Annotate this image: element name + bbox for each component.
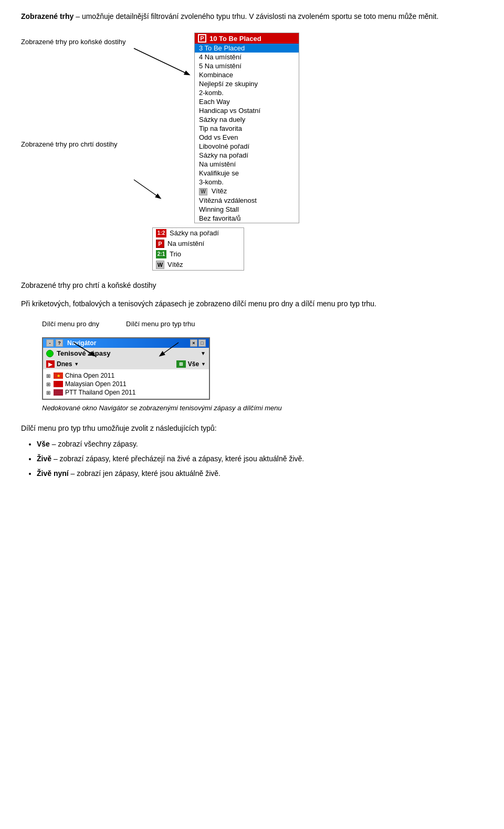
titlebar-close-btn[interactable]: × (190, 339, 197, 347)
nav-sport-label: Tenisové zápasy (57, 349, 197, 357)
nav-label-day: Dílčí menu pro dny (42, 320, 126, 328)
green-circle-icon (46, 350, 54, 357)
menu-item-16-icon: W (199, 188, 207, 195)
titlebar-question-btn[interactable]: ? (56, 339, 63, 347)
nav-filter-bar[interactable]: ▶ Dnes ▼ ⊞ Vše ▼ (43, 359, 209, 369)
p-icon: P (198, 34, 206, 43)
bottom-intro: Dílčí menu pro typ trhu umožňuje zvolit … (21, 422, 483, 435)
icon-p-small: P (156, 240, 164, 248)
event-row-1[interactable]: ⊞ Malaysian Open 2011 (44, 380, 208, 388)
greyhound-label: Zobrazené trhy pro chrtí dostihy (21, 140, 142, 148)
event-name-0: China Open 2011 (65, 372, 114, 379)
bottom-item-1: Živě – zobrazí zápasy, které přecházejí … (37, 453, 483, 465)
filter-icon-p: ▶ (46, 360, 55, 368)
bottom-item-0: Vše – zobrazí všechny zápasy. (37, 438, 483, 451)
titlebar-restore-btn[interactable]: □ (198, 339, 206, 347)
nav-sport-bar[interactable]: Tenisové zápasy ▼ (43, 348, 209, 359)
grey-row-1[interactable]: P Na umístění (153, 239, 244, 249)
intro-bold: Zobrazené trhy (21, 12, 74, 20)
flag-cn: ★ (54, 372, 63, 379)
nav-filter-right: ⊞ Vše ▼ (176, 360, 206, 368)
nav-filter-left: ▶ Dnes ▼ (46, 360, 173, 368)
icon-21: 2:1 (156, 250, 166, 258)
bottom-list: Vše – zobrazí všechny zápasy. Živě – zob… (37, 438, 483, 480)
horse-label: Zobrazené trhy pro koňské dostihy (21, 38, 142, 46)
navigator-caption: Nedokované okno Navigátor se zobrazenými… (42, 404, 483, 412)
event-row-2[interactable]: ⊞ PTT Thailand Open 2011 (44, 388, 208, 397)
bottom-section: Dílčí menu pro typ trhu umožňuje zvolit … (21, 422, 483, 480)
greyhound-dropdown[interactable]: 1:2 Sázky na pořadí P Na umístění 2:1 Tr… (152, 227, 244, 271)
menu-item-8[interactable]: Sázky na duely (195, 115, 299, 124)
nav-filter-label: Dnes (57, 360, 72, 368)
menu-item-11[interactable]: Libovolné pořadí (195, 142, 299, 151)
bottom-item-0-rest: – zobrazí všechny zápasy. (50, 440, 138, 448)
nav-titlebar: - ? Navigátor × □ (43, 338, 209, 348)
event-name-1: Malaysian Open 2011 (65, 380, 127, 388)
bottom-item-1-rest: – zobrazí zápasy, které přecházejí na ži… (51, 454, 304, 463)
menu-item-13[interactable]: Na umístění (195, 160, 299, 169)
menu-item-9[interactable]: Tip na favorita (195, 124, 299, 133)
intro-rest: – umožňuje detailnější filtrování zvolen… (74, 12, 438, 20)
bottom-item-2-bold: Živě nyní (37, 469, 69, 478)
bottom-item-2: Živě nyní – zobrazí jen zápasy, které js… (37, 468, 483, 480)
grey-row-3[interactable]: W Vítěz (153, 260, 244, 270)
nav-title: Navigátor (67, 339, 96, 347)
left-labels: Zobrazené trhy pro koňské dostihy Zobraz… (21, 33, 142, 271)
cricket-section-text: Při kriketových, fotbalových a tenisovýc… (21, 298, 483, 309)
menu-item-12[interactable]: Sázky na pořadí (195, 151, 299, 160)
menu-item-7[interactable]: Handicap vs Ostatní (195, 106, 299, 115)
menu-item-5[interactable]: 2-komb. (195, 88, 299, 97)
main-diagram: Zobrazené trhy pro koňské dostihy Zobraz… (21, 33, 483, 271)
menu-item-18[interactable]: Winning Stall (195, 205, 299, 214)
menu-item-14[interactable]: Kvalifikuje se (195, 169, 299, 178)
menu-item-0[interactable]: 3 To Be Placed (195, 44, 299, 53)
event-name-2: PTT Thailand Open 2011 (65, 389, 135, 396)
intro-text: Zobrazené trhy – umožňuje detailnější fi… (21, 11, 483, 22)
horse-dropdown[interactable]: P 10 To Be Placed 3 To Be Placed 4 Na um… (194, 33, 299, 223)
filter-grid-icon: ⊞ (176, 360, 186, 368)
grey-row-2[interactable]: 2:1 Trio (153, 249, 244, 260)
menu-item-19[interactable]: Bez favorita/ů (195, 214, 299, 223)
icon-w: W (156, 261, 164, 269)
menu-item-17[interactable]: Vítězná vzdálenost (195, 196, 299, 205)
navigator-section: Dílčí menu pro dny Dílčí menu pro typ tr… (21, 320, 483, 400)
menu-item-15[interactable]: 3-komb. (195, 178, 299, 186)
menu-item-4[interactable]: Nejlepší ze skupiny (195, 79, 299, 88)
titlebar-minus-btn[interactable]: - (46, 339, 54, 347)
horse-menu-header: P 10 To Be Placed (195, 33, 299, 44)
expand-icon-2[interactable]: ⊞ (46, 390, 51, 396)
horse-menu-header-text: 10 To Be Placed (209, 35, 261, 43)
nav-filter-type: Vše (188, 360, 199, 368)
flag-my (54, 381, 63, 387)
bottom-item-0-bold: Vše (37, 440, 50, 448)
menu-item-2[interactable]: 5 Na umístění (195, 61, 299, 70)
nav-titlebar-btns: × □ (190, 339, 206, 347)
menu-item-16[interactable]: W Vítěz (195, 186, 299, 196)
expand-icon-1[interactable]: ⊞ (46, 381, 51, 387)
event-row-0[interactable]: ⊞ ★ China Open 2011 (44, 371, 208, 380)
navigator-labels: Dílčí menu pro dny Dílčí menu pro typ tr… (42, 320, 483, 328)
filter-dropdown-arrow[interactable]: ▼ (74, 361, 79, 367)
flag-th (54, 389, 63, 396)
grey-row-0[interactable]: 1:2 Sázky na pořadí (153, 228, 244, 239)
icon-12: 1:2 (156, 229, 166, 237)
menu-item-3[interactable]: Kombinace (195, 70, 299, 79)
sport-dropdown-arrow[interactable]: ▼ (201, 350, 206, 356)
expand-icon-0[interactable]: ⊞ (46, 373, 51, 379)
navigator-window[interactable]: - ? Navigátor × □ Tenisové zápasy ▼ ▶ (42, 337, 210, 400)
bottom-item-1-bold: Živě (37, 454, 51, 463)
nav-titlebar-left: - ? Navigátor (46, 339, 96, 347)
menu-item-1[interactable]: 4 Na umístění (195, 53, 299, 61)
menus-column: P 10 To Be Placed 3 To Be Placed 4 Na um… (152, 33, 299, 271)
nav-events-list: ⊞ ★ China Open 2011 ⊞ Malaysian Open 201… (43, 369, 209, 399)
nav-label-type: Dílčí menu pro typ trhu (126, 320, 210, 328)
type-dropdown-arrow[interactable]: ▼ (201, 361, 206, 367)
bottom-item-2-rest: – zobrazí jen zápasy, které jsou aktuáln… (69, 469, 220, 478)
combined-label: Zobrazené trhy pro chrtí a koňské dostih… (21, 281, 483, 289)
menu-item-10[interactable]: Odd vs Even (195, 133, 299, 142)
menu-item-6[interactable]: Each Way (195, 97, 299, 106)
